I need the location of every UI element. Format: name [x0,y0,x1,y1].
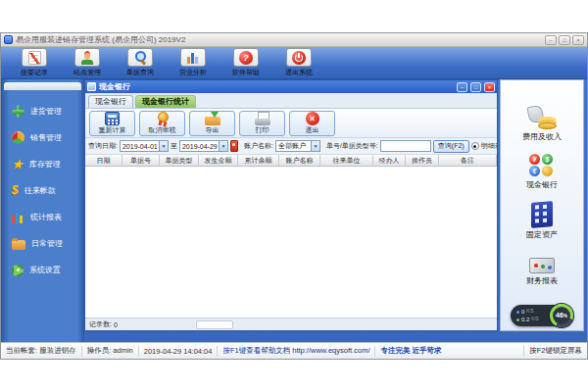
chevron-down-icon: ▼ [159,141,168,151]
toolbar-button-notes[interactable]: 便签记录 [9,48,60,77]
toolbar-button-help[interactable]: ? 软件帮助 [220,48,271,77]
tab-cash-bank[interactable]: 现金银行 [88,95,133,108]
mdi-window-title: 现金银行 [99,81,454,92]
icon-plate [180,48,206,67]
folder-icon [12,240,25,250]
column-header-operator[interactable]: 操作员 [406,155,439,166]
print-button[interactable]: 打印 [239,111,285,136]
account-select[interactable]: 全部账户▼ [275,140,320,152]
toolbar-button-site-manage[interactable]: 站点管理 [62,48,113,77]
table-footer: 记录数: 0 [85,318,497,330]
table-body[interactable] [85,167,497,318]
cancel-audit-button[interactable]: 取消审核 [139,111,185,136]
column-header-remark[interactable]: 备注 [439,155,497,166]
seal-icon [156,112,170,125]
button-label: 打印 [256,125,270,135]
exit-button[interactable]: × 退出 [289,111,335,136]
note-icon [28,51,41,65]
app-icon [4,35,13,44]
sidebar-item-label: 往来帐款 [24,185,56,196]
export-button[interactable]: 导出 [189,111,235,136]
search-f2-button[interactable]: 查询(F2) [433,140,469,153]
horizontal-scrollbar-thumb[interactable] [196,320,233,329]
doc-filter-input[interactable] [380,140,431,152]
rightbar-item-expense-income[interactable]: 费用及收入 [522,106,562,142]
sidebar-item-daily[interactable]: 日常管理 [1,230,84,257]
sidebar-item-inventory[interactable]: ★ 库存管理 [1,151,84,177]
column-header-doc-type[interactable]: 单据类型 [160,155,199,166]
tab-cash-bank-stats[interactable]: 现金银行统计 [135,95,196,108]
status-help-link[interactable]: 按F1键查看帮助文档 http://www.eqysoft.com/ [218,346,375,357]
sidebar-item-label: 库存管理 [29,159,61,170]
left-sidebar: 进货管理 销售管理 ★ 库存管理 $ 往来帐款 统计报表 [1,79,84,342]
column-header-amount[interactable]: 发生金额 [199,155,238,166]
column-header-handler[interactable]: 经办人 [373,155,406,166]
window-maximize-button[interactable]: □ [559,35,570,45]
rightbar-item-label: 现金银行 [526,179,558,190]
sidebar-item-label: 进货管理 [30,106,62,117]
button-label: 取消审核 [149,125,176,135]
chevron-down-icon: ▼ [219,141,227,151]
sidebar-item-label: 销售管理 [30,132,62,143]
exit-icon: × [306,112,319,125]
status-account-set: 当前帐套: 服装进销存 [1,346,82,357]
rightbar-item-fixed-assets[interactable]: 固定资产 [526,202,558,240]
percent-sign: % [564,314,567,318]
records-count: 0 [114,321,118,328]
mdi-window: 现金银行 – □ × 现金银行 现金银行统计 重新计算 取 [84,79,498,331]
window-minimize-button[interactable]: – [545,35,557,45]
recalculate-button[interactable]: 重新计算 [89,111,135,136]
desktop: 易企用服装进销存管理系统 (易企用公司) 2019V2 – □ × 便签记录 站… [0,0,588,392]
column-header-date[interactable]: 日期 [85,155,122,166]
mdi-tabbar: 现金银行 现金银行统计 [85,93,497,109]
date-from-select[interactable]: 2019-04-01▼ [120,140,169,152]
sidebar-item-purchase[interactable]: 进货管理 [1,98,84,124]
rightbar-item-financial-reports[interactable]: 财务报表 [526,252,558,286]
toolbar-button-exit-system[interactable]: 退出系统 [273,48,324,77]
yen-coin-icon: ¥ [529,154,540,165]
status-slogan: 专注完美 近乎苛求 [375,346,446,357]
rightbar-item-cash-bank[interactable]: ¥ $ € 现金银行 [526,154,558,190]
window-titlebar: 易企用服装进销存管理系统 (易企用公司) 2019V2 – □ × [1,33,587,47]
mdi-restore-button[interactable]: □ [470,82,481,92]
calendar-icon[interactable] [230,140,238,152]
plus-icon [12,105,24,118]
download-dot-icon [516,318,519,321]
sidebar-item-settings[interactable]: 系统设置 [1,257,84,283]
gear-icon [12,265,24,276]
column-header-counterparty[interactable]: 往来单位 [320,155,373,166]
detail-radio[interactable] [471,142,479,150]
main-toolbar: 便签记录 站点管理 单据查询 营业分析 ? 软件帮助 退出系统 [1,47,587,79]
sidebar-item-accounts[interactable]: $ 往来帐款 [1,177,84,204]
window-close-button[interactable]: × [572,35,584,45]
sidebar-item-label: 系统设置 [29,265,61,275]
pie-chart-icon [12,131,24,144]
column-header-account[interactable]: 账户名称 [279,155,320,166]
download-speed-value: 0.2 [521,317,529,322]
stats-bars-icon [12,212,24,223]
table-header: 日期 单据号 单据类型 发生金额 累计余额 账户名称 往来单位 经办人 操作员 … [85,155,497,167]
mdi-caption-bar: 现金银行 – □ × [85,80,497,93]
column-header-balance[interactable]: 累计余额 [238,155,279,166]
date-to-select[interactable]: 2019-04-29▼ [179,140,228,152]
toolbar-button-label: 便签记录 [21,68,48,77]
download-speed-row: 0.2 K/S [516,317,539,322]
money-bag-icon [526,106,558,129]
toolbar-button-doc-search[interactable]: 单据查询 [115,48,166,77]
rightbar-item-label: 费用及收入 [522,131,562,142]
sidebar-item-reports[interactable]: 统计报表 [1,204,84,230]
mdi-minimize-button[interactable]: – [457,82,467,92]
mdi-toolbar: 重新计算 取消审核 导出 打印 × [85,109,497,138]
toolbar-button-business-analysis[interactable]: 营业分析 [168,48,219,77]
date-from-value: 2019-04-01 [122,143,158,150]
upload-speed-value: 0 [521,309,524,315]
mdi-close-button[interactable]: × [484,82,495,92]
percent-value: 46 [556,312,564,318]
column-header-doc-no[interactable]: 单据号 [122,155,160,166]
icon-plate: ? [233,48,259,67]
memory-usage-percent: 46% [553,307,570,324]
detail-radio-label: 明细表 [481,141,497,151]
toolbar-button-label: 站点管理 [74,68,101,77]
sidebar-item-sales[interactable]: 销售管理 [1,124,84,151]
network-monitor-widget[interactable]: 0 K/S 0.2 K/S 46% [511,305,573,326]
